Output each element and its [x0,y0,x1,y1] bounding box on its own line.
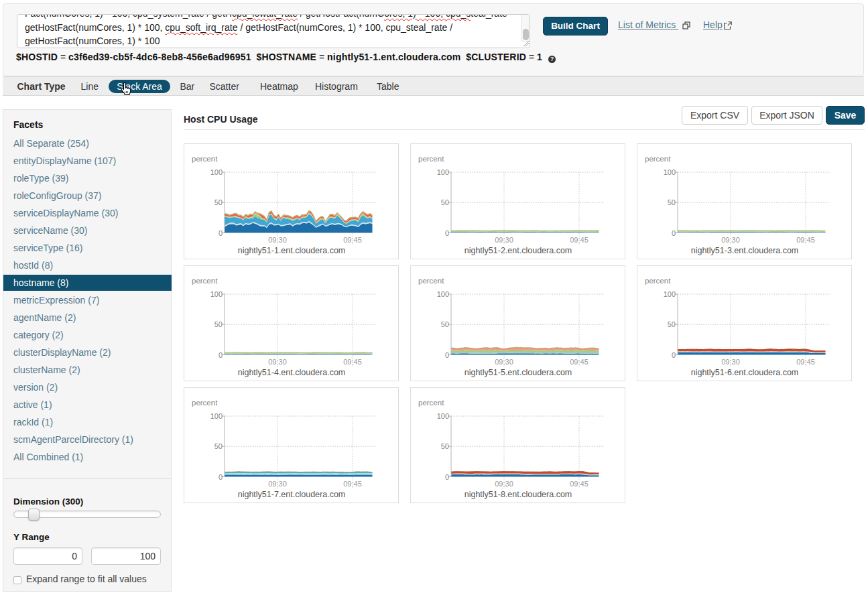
svg-text:percent: percent [418,155,444,163]
svg-text:50: 50 [668,320,676,328]
svg-text:0: 0 [445,351,449,359]
svg-text:09:45: 09:45 [796,236,815,244]
svg-text:nightly51-7.ent.cloudera.com: nightly51-7.ent.cloudera.com [238,490,346,499]
svg-text:09:30: 09:30 [721,236,740,244]
svg-text:09:45: 09:45 [570,358,588,366]
svg-text:percent: percent [192,399,218,407]
svg-text:percent: percent [418,399,444,407]
svg-text:nightly51-6.ent.cloudera.com: nightly51-6.ent.cloudera.com [691,368,799,377]
svg-text:percent: percent [192,277,218,285]
svg-text:50: 50 [668,198,676,206]
svg-text:09:30: 09:30 [495,236,513,244]
svg-text:100: 100 [437,290,449,298]
svg-text:09:30: 09:30 [268,358,287,366]
svg-text:09:30: 09:30 [495,358,513,366]
svg-text:50: 50 [214,198,223,206]
svg-text:percent: percent [418,277,444,285]
svg-text:100: 100 [437,168,449,176]
svg-text:percent: percent [192,155,218,163]
svg-text:nightly51-3.ent.cloudera.com: nightly51-3.ent.cloudera.com [691,246,799,255]
svg-text:50: 50 [214,442,223,450]
svg-text:0: 0 [672,351,676,359]
svg-text:0: 0 [219,351,223,359]
svg-text:50: 50 [441,198,449,206]
svg-text:0: 0 [219,229,223,237]
svg-text:percent: percent [645,155,671,163]
svg-text:nightly51-1.ent.cloudera.com: nightly51-1.ent.cloudera.com [238,246,346,255]
svg-text:nightly51-5.ent.cloudera.com: nightly51-5.ent.cloudera.com [464,368,572,377]
svg-text:0: 0 [672,229,676,237]
svg-text:0: 0 [219,473,223,481]
svg-text:100: 100 [664,290,676,298]
svg-text:09:30: 09:30 [721,358,740,366]
svg-text:09:45: 09:45 [343,358,362,366]
svg-text:09:30: 09:30 [268,480,287,488]
svg-text:50: 50 [441,442,449,450]
svg-text:nightly51-2.ent.cloudera.com: nightly51-2.ent.cloudera.com [464,246,572,255]
svg-text:percent: percent [645,277,671,285]
svg-text:nightly51-8.ent.cloudera.com: nightly51-8.ent.cloudera.com [464,490,572,499]
svg-text:100: 100 [210,168,223,176]
svg-text:09:45: 09:45 [796,358,815,366]
svg-text:0: 0 [445,229,449,237]
svg-text:100: 100 [210,412,223,420]
svg-text:50: 50 [214,320,223,328]
svg-text:09:30: 09:30 [495,480,513,488]
svg-text:nightly51-4.ent.cloudera.com: nightly51-4.ent.cloudera.com [238,368,346,377]
svg-text:50: 50 [441,320,449,328]
svg-text:0: 0 [445,473,449,481]
svg-text:09:45: 09:45 [570,236,588,244]
svg-text:100: 100 [437,412,449,420]
svg-text:09:45: 09:45 [570,480,588,488]
svg-text:09:30: 09:30 [268,236,287,244]
svg-text:100: 100 [664,168,676,176]
svg-text:09:45: 09:45 [343,236,362,244]
svg-text:09:45: 09:45 [343,480,362,488]
svg-text:100: 100 [210,290,223,298]
